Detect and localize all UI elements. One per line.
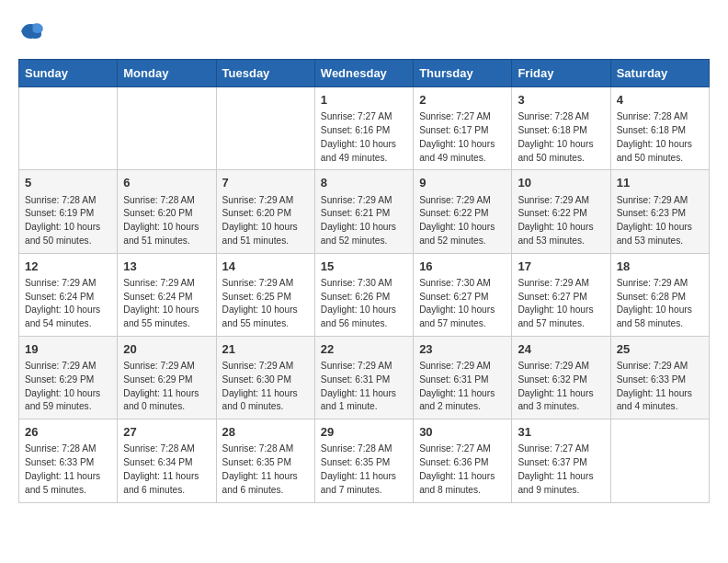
day-number: 17 <box>518 259 604 275</box>
day-info: Sunrise: 7:27 AM Sunset: 6:37 PM Dayligh… <box>518 442 604 497</box>
day-number: 1 <box>321 92 407 109</box>
calendar-cell: 11Sunrise: 7:29 AM Sunset: 6:23 PM Dayli… <box>610 170 709 253</box>
day-info: Sunrise: 7:29 AM Sunset: 6:31 PM Dayligh… <box>419 360 506 414</box>
day-number: 19 <box>25 341 111 358</box>
day-number: 31 <box>518 424 604 441</box>
day-info: Sunrise: 7:30 AM Sunset: 6:27 PM Dayligh… <box>419 277 506 331</box>
day-info: Sunrise: 7:27 AM Sunset: 6:16 PM Dayligh… <box>321 110 407 165</box>
day-number: 22 <box>321 341 407 358</box>
day-number: 29 <box>321 424 407 441</box>
day-number: 30 <box>419 424 506 441</box>
calendar-cell: 6Sunrise: 7:28 AM Sunset: 6:20 PM Daylig… <box>118 170 216 253</box>
calendar-week-4: 19Sunrise: 7:29 AM Sunset: 6:29 PM Dayli… <box>19 336 710 419</box>
calendar-cell: 19Sunrise: 7:29 AM Sunset: 6:29 PM Dayli… <box>19 336 118 419</box>
logo <box>18 18 48 44</box>
day-number: 7 <box>222 175 309 191</box>
calendar-cell: 24Sunrise: 7:29 AM Sunset: 6:32 PM Dayli… <box>512 336 610 419</box>
page-header <box>18 18 710 44</box>
day-number: 9 <box>419 175 506 191</box>
calendar-cell: 28Sunrise: 7:28 AM Sunset: 6:35 PM Dayli… <box>216 419 314 502</box>
day-header-sunday: Sunday <box>19 60 118 87</box>
day-info: Sunrise: 7:29 AM Sunset: 6:22 PM Dayligh… <box>518 194 604 248</box>
calendar-cell: 21Sunrise: 7:29 AM Sunset: 6:30 PM Dayli… <box>216 336 314 419</box>
calendar-week-2: 5Sunrise: 7:28 AM Sunset: 6:19 PM Daylig… <box>19 170 710 253</box>
day-header-thursday: Thursday <box>414 60 512 87</box>
day-info: Sunrise: 7:28 AM Sunset: 6:18 PM Dayligh… <box>518 110 604 165</box>
calendar-cell: 18Sunrise: 7:29 AM Sunset: 6:28 PM Dayli… <box>610 253 709 336</box>
day-info: Sunrise: 7:29 AM Sunset: 6:22 PM Dayligh… <box>419 194 506 248</box>
day-info: Sunrise: 7:29 AM Sunset: 6:21 PM Dayligh… <box>321 194 407 248</box>
calendar-cell: 1Sunrise: 7:27 AM Sunset: 6:16 PM Daylig… <box>314 87 413 170</box>
day-number: 25 <box>617 341 703 358</box>
day-number: 11 <box>617 175 703 191</box>
day-number: 28 <box>222 424 309 441</box>
day-header-wednesday: Wednesday <box>314 60 413 87</box>
day-info: Sunrise: 7:28 AM Sunset: 6:19 PM Dayligh… <box>25 194 111 248</box>
calendar-cell: 26Sunrise: 7:28 AM Sunset: 6:33 PM Dayli… <box>19 419 118 502</box>
day-info: Sunrise: 7:29 AM Sunset: 6:24 PM Dayligh… <box>123 277 210 331</box>
day-number: 10 <box>518 175 604 191</box>
calendar-cell: 31Sunrise: 7:27 AM Sunset: 6:37 PM Dayli… <box>512 419 610 502</box>
day-number: 26 <box>25 424 111 441</box>
calendar-table: SundayMondayTuesdayWednesdayThursdayFrid… <box>18 59 710 503</box>
day-info: Sunrise: 7:28 AM Sunset: 6:34 PM Dayligh… <box>123 442 210 497</box>
calendar-cell: 25Sunrise: 7:29 AM Sunset: 6:33 PM Dayli… <box>610 336 709 419</box>
calendar-cell: 14Sunrise: 7:29 AM Sunset: 6:25 PM Dayli… <box>216 253 314 336</box>
day-info: Sunrise: 7:29 AM Sunset: 6:32 PM Dayligh… <box>518 360 604 414</box>
calendar-cell: 23Sunrise: 7:29 AM Sunset: 6:31 PM Dayli… <box>414 336 512 419</box>
calendar-cell <box>118 87 216 170</box>
day-info: Sunrise: 7:28 AM Sunset: 6:33 PM Dayligh… <box>25 442 111 497</box>
calendar-header-row: SundayMondayTuesdayWednesdayThursdayFrid… <box>19 60 710 87</box>
day-number: 13 <box>123 259 210 275</box>
day-info: Sunrise: 7:28 AM Sunset: 6:35 PM Dayligh… <box>321 442 407 497</box>
day-number: 6 <box>123 175 210 191</box>
calendar-cell: 5Sunrise: 7:28 AM Sunset: 6:19 PM Daylig… <box>19 170 118 253</box>
day-info: Sunrise: 7:29 AM Sunset: 6:25 PM Dayligh… <box>222 277 309 331</box>
day-number: 12 <box>25 259 111 275</box>
day-number: 3 <box>518 92 604 109</box>
day-number: 14 <box>222 259 309 275</box>
day-number: 5 <box>25 175 111 191</box>
day-number: 4 <box>617 92 703 109</box>
day-number: 15 <box>321 259 407 275</box>
calendar-week-3: 12Sunrise: 7:29 AM Sunset: 6:24 PM Dayli… <box>19 253 710 336</box>
day-info: Sunrise: 7:29 AM Sunset: 6:20 PM Dayligh… <box>222 194 309 248</box>
day-number: 20 <box>123 341 210 358</box>
day-number: 16 <box>419 259 506 275</box>
day-info: Sunrise: 7:29 AM Sunset: 6:30 PM Dayligh… <box>222 360 309 414</box>
calendar-cell: 4Sunrise: 7:28 AM Sunset: 6:18 PM Daylig… <box>610 87 709 170</box>
day-header-tuesday: Tuesday <box>216 60 314 87</box>
calendar-cell: 13Sunrise: 7:29 AM Sunset: 6:24 PM Dayli… <box>118 253 216 336</box>
day-header-friday: Friday <box>512 60 610 87</box>
day-info: Sunrise: 7:28 AM Sunset: 6:20 PM Dayligh… <box>123 194 210 248</box>
calendar-cell <box>610 419 709 502</box>
day-header-monday: Monday <box>118 60 216 87</box>
day-info: Sunrise: 7:29 AM Sunset: 6:28 PM Dayligh… <box>617 277 703 331</box>
day-number: 23 <box>419 341 506 358</box>
calendar-cell: 3Sunrise: 7:28 AM Sunset: 6:18 PM Daylig… <box>512 87 610 170</box>
calendar-cell: 8Sunrise: 7:29 AM Sunset: 6:21 PM Daylig… <box>314 170 413 253</box>
logo-icon <box>18 18 44 44</box>
day-number: 21 <box>222 341 309 358</box>
calendar-cell: 16Sunrise: 7:30 AM Sunset: 6:27 PM Dayli… <box>414 253 512 336</box>
calendar-cell: 30Sunrise: 7:27 AM Sunset: 6:36 PM Dayli… <box>414 419 512 502</box>
calendar-week-1: 1Sunrise: 7:27 AM Sunset: 6:16 PM Daylig… <box>19 87 710 170</box>
calendar-cell: 27Sunrise: 7:28 AM Sunset: 6:34 PM Dayli… <box>118 419 216 502</box>
day-number: 2 <box>419 92 506 109</box>
day-info: Sunrise: 7:30 AM Sunset: 6:26 PM Dayligh… <box>321 277 407 331</box>
day-info: Sunrise: 7:28 AM Sunset: 6:18 PM Dayligh… <box>617 110 703 165</box>
day-info: Sunrise: 7:29 AM Sunset: 6:33 PM Dayligh… <box>617 360 703 414</box>
calendar-cell: 15Sunrise: 7:30 AM Sunset: 6:26 PM Dayli… <box>314 253 413 336</box>
calendar-week-5: 26Sunrise: 7:28 AM Sunset: 6:33 PM Dayli… <box>19 419 710 502</box>
day-info: Sunrise: 7:29 AM Sunset: 6:27 PM Dayligh… <box>518 277 604 331</box>
calendar-cell: 7Sunrise: 7:29 AM Sunset: 6:20 PM Daylig… <box>216 170 314 253</box>
day-info: Sunrise: 7:29 AM Sunset: 6:23 PM Dayligh… <box>617 194 703 248</box>
day-info: Sunrise: 7:29 AM Sunset: 6:24 PM Dayligh… <box>25 277 111 331</box>
calendar-cell <box>216 87 314 170</box>
calendar-cell: 9Sunrise: 7:29 AM Sunset: 6:22 PM Daylig… <box>414 170 512 253</box>
day-info: Sunrise: 7:27 AM Sunset: 6:36 PM Dayligh… <box>419 442 506 497</box>
day-info: Sunrise: 7:29 AM Sunset: 6:29 PM Dayligh… <box>123 360 210 414</box>
day-info: Sunrise: 7:27 AM Sunset: 6:17 PM Dayligh… <box>419 110 506 165</box>
day-header-saturday: Saturday <box>610 60 709 87</box>
day-number: 27 <box>123 424 210 441</box>
